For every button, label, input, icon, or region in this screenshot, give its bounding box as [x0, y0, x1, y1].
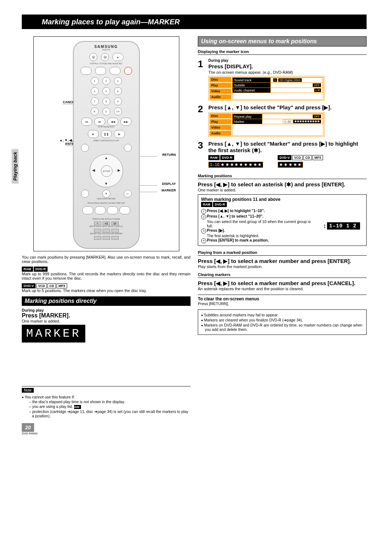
callout-cancel: CANCEL — [37, 100, 77, 104]
badge-dvdr: DVD-R — [34, 267, 48, 272]
one-marker-added: One marker is added. — [22, 319, 191, 323]
step-2-number: 2 — [198, 104, 207, 115]
during-play-label: During play — [22, 308, 191, 312]
note-item-2: you are using a play list. RAM — [25, 404, 191, 409]
play-text: Play starts from the marked position. — [198, 264, 367, 269]
box11-title: When marking positions 11 and above — [201, 197, 363, 202]
remote-sub: DVD/TV — [74, 49, 139, 51]
remote-brand: SAMSUNG — [74, 45, 139, 49]
page-title: Marking places to play again—MARKER — [22, 15, 367, 29]
box-positions-11: When marking positions 11 and above RAMD… — [198, 194, 367, 246]
right-notes-box: Subtitles around markers may fail to app… — [198, 309, 367, 335]
sub-displaying-icon: Displaying the marker icon — [198, 49, 367, 55]
marker-bar-b: ✱ ✱ ✱ ✱ ✱ — [278, 162, 303, 168]
banner-onscreen-menus: Using on-screen menus to mark positions — [198, 36, 367, 46]
one-marker-added-2: One marker is added. — [198, 188, 367, 192]
callout-arrows-enter: ▲, ▼, ◀, ▶ ENTER — [37, 138, 77, 146]
page-number: 20 — [22, 423, 34, 432]
play-cmd: Press [◀, ▶] to select a marker number a… — [198, 258, 367, 264]
note-item-1: the disc's elapsed play time is not show… — [25, 400, 191, 404]
model-number: DVD-R4000 — [22, 432, 191, 435]
marker-bar-a: 1–10 ✱ ✱ ✱ ✱ ✱ ✱ ✱ ✱ ✱ — [208, 162, 263, 168]
step-3-main: Press [▲, ▼] to select "Marker" and pres… — [208, 141, 366, 154]
osd-menu-1: Disc Sound track1DD Digital 2/0ch Subtit… — [208, 76, 324, 101]
updown-arrow-icon: ↕ — [323, 222, 326, 230]
step-3-number: 3 — [198, 140, 207, 151]
section-marking-directly: Marking positions directly — [22, 296, 191, 306]
right-note-3: Markers on DVD-RAM and DVD-R are ordered… — [201, 323, 363, 332]
clear-osd-heading: To clear the on-screen menus — [198, 296, 367, 301]
remote-illustration: CANCEL ▲, ▼, ◀, ▶ ENTER RETURN DISPLAY M… — [33, 36, 179, 251]
step-1-pre: During play — [208, 58, 366, 62]
step-1-main: Press [DISPLAY]. — [208, 63, 366, 69]
press-select-asterisk: Press [◀, ▶] to select an asterisk (✱) a… — [198, 181, 367, 188]
badge-cd: CD — [48, 283, 56, 288]
sub-clearing-markers: Clearing markers — [198, 272, 367, 278]
power-tv-icon: ⏻ — [101, 53, 109, 61]
note-label: Note — [22, 388, 34, 393]
power-dvd-icon: ⏻ — [89, 53, 97, 61]
badge-vcd: VCD — [36, 283, 47, 288]
note-box: Note You cannot use this feature if: the… — [22, 386, 191, 418]
box11-step3: Press [▶]. — [207, 228, 225, 232]
callout-display: DISPLAY — [162, 182, 176, 186]
sub-playing-from-marked: Playing from a marked position — [198, 250, 367, 256]
box11-step1: Press [◀, ▶] to highlight "1–10". — [207, 208, 265, 213]
clear-osd-text: Press [RETURN]. — [198, 301, 367, 306]
osd-menu-2: Disc Repeat playOFF Marker1–10✱✱✱✱✱✱✱✱✱✱… — [208, 112, 324, 137]
box11-step2b: You can select the next group of 10 when… — [201, 219, 317, 228]
box11-step3b: The first asterisk is highlighted. — [201, 234, 317, 238]
step-2-main: Press [▲, ▼] to select the "Play" and pr… — [208, 104, 366, 111]
marker-group-badge: 1–10 1 2 — [327, 222, 360, 230]
side-tab: Playing back — [12, 149, 19, 183]
badge-mp3: MP3 — [57, 283, 67, 288]
sub-marking-positions: Marking positions — [198, 173, 367, 179]
step-1-number: 1 — [198, 58, 207, 70]
ram-dvr-text: Mark up to 999 positions. The unit recor… — [22, 272, 191, 280]
open-close-icon: ▲ — [113, 53, 123, 61]
clear-cmd: Press [◀, ▶] to select a marker number a… — [198, 280, 367, 287]
right-note-2: Markers are cleared when you finalize DV… — [201, 318, 363, 322]
callout-marker: MARKER — [162, 189, 176, 192]
box11-step4: Press [ENTER] to mark a position. — [207, 238, 269, 242]
other-disc-text: Mark up to 5 positions. The markers clea… — [22, 288, 191, 293]
note-item-3: protection (cartridge ➔page 11, disc ➔pa… — [25, 409, 191, 418]
intro-text: You can mark positions by pressing [MARK… — [22, 255, 191, 264]
box11-step2: Press [▲, ▼] to select "11–20". — [207, 214, 264, 218]
marker-lcd-display: MARKER — [22, 325, 85, 343]
callout-return: RETURN — [162, 153, 176, 157]
dpad: ▲ ▼ ◀ ▶ ENTER — [90, 154, 123, 187]
right-note-1: Subtitles around markers may fail to app… — [201, 313, 363, 317]
note-lead: You cannot use this feature if: — [25, 395, 75, 399]
press-marker: Press [MARKER]. — [22, 312, 191, 319]
badge-ram: RAM — [22, 267, 33, 272]
badge-dvdv: DVD-V — [22, 283, 36, 288]
step-1-post: The on-screen menus appear. (e.g., DVD-R… — [208, 70, 366, 74]
clear-text: An asterisk replaces the number and the … — [198, 287, 367, 291]
